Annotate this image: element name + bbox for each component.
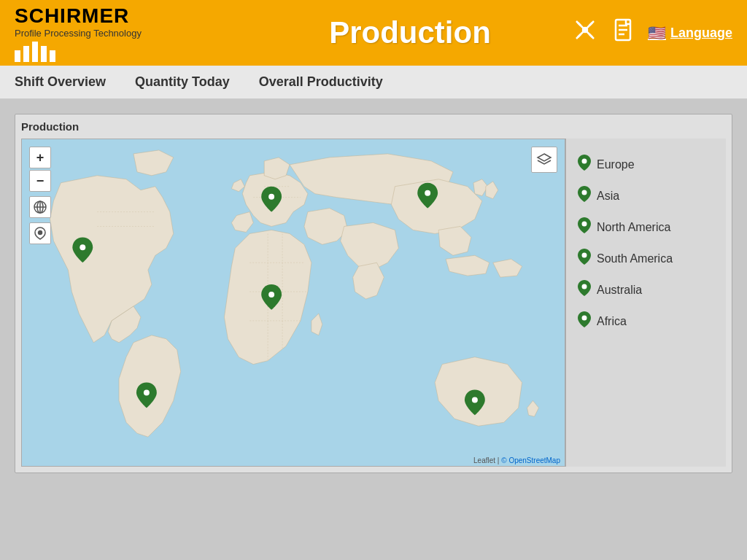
map-legend: Europe Asia North America South America …: [565, 139, 726, 467]
legend-item-africa[interactable]: Africa: [575, 307, 717, 335]
map-area[interactable]: + −: [21, 139, 565, 467]
svg-point-38: [582, 316, 587, 321]
zoom-in-button[interactable]: +: [29, 147, 51, 168]
svg-point-32: [472, 397, 478, 402]
map-panel: Production + −: [15, 114, 732, 473]
svg-point-28: [268, 194, 274, 200]
svg-point-36: [582, 253, 587, 258]
legend-item-north-america[interactable]: North America: [575, 213, 717, 241]
globe-button[interactable]: [29, 196, 51, 218]
bar4: [41, 46, 47, 62]
legend-label-south-america: South America: [597, 252, 673, 265]
flag-icon: 🇺🇸: [648, 24, 666, 42]
brand-name: SCHIRMER: [15, 4, 129, 28]
tools-icon[interactable]: [572, 17, 598, 49]
map-controls: + −: [29, 147, 51, 244]
document-icon[interactable]: [610, 17, 636, 49]
logo-area: SCHIRMER Profile Processing Technology: [15, 4, 248, 62]
legend-item-south-america[interactable]: South America: [575, 244, 717, 273]
legend-label-australia: Australia: [597, 284, 642, 297]
svg-point-34: [582, 190, 587, 195]
legend-label-africa: Africa: [597, 315, 627, 328]
legend-pin-africa: [578, 311, 591, 331]
svg-point-31: [144, 389, 150, 395]
bar2: [23, 46, 29, 62]
marker-button[interactable]: [29, 222, 51, 244]
page-title: Production: [248, 15, 572, 50]
zoom-out-button[interactable]: −: [29, 170, 51, 192]
svg-point-29: [425, 190, 430, 196]
logo-bars: [15, 42, 55, 62]
legend-item-australia[interactable]: Australia: [575, 276, 717, 304]
svg-point-33: [582, 159, 587, 164]
legend-pin-south-america: [578, 249, 591, 268]
svg-point-30: [268, 292, 274, 298]
language-button[interactable]: 🇺🇸 Language: [648, 24, 732, 42]
world-map-svg: [22, 139, 565, 466]
layers-button[interactable]: [531, 147, 557, 173]
legend-pin-australia: [578, 280, 591, 300]
osm-link[interactable]: © OpenStreetMap: [501, 456, 560, 464]
legend-pin-north-america: [578, 217, 591, 237]
map-attribution: Leaflet | © OpenStreetMap: [473, 456, 560, 464]
svg-line-6: [589, 34, 594, 39]
svg-marker-16: [538, 154, 551, 161]
svg-point-27: [80, 244, 85, 250]
svg-line-3: [576, 21, 581, 26]
language-label: Language: [670, 26, 732, 41]
legend-item-asia[interactable]: Asia: [575, 182, 717, 210]
svg-line-4: [589, 21, 594, 26]
svg-point-35: [582, 222, 587, 227]
nav-overall-productivity[interactable]: Overall Productivity: [256, 69, 386, 96]
bar5: [50, 50, 55, 62]
navbar: Shift Overview Quantity Today Overall Pr…: [0, 66, 747, 99]
bar1: [15, 50, 20, 62]
legend-pin-europe: [578, 155, 591, 174]
svg-point-37: [582, 284, 587, 289]
bar3: [32, 42, 38, 62]
nav-quantity-today[interactable]: Quantity Today: [132, 69, 233, 96]
legend-item-europe[interactable]: Europe: [575, 150, 717, 179]
nav-shift-overview[interactable]: Shift Overview: [12, 69, 109, 96]
map-panel-title: Production: [21, 120, 726, 133]
main-content: Production + −: [0, 99, 747, 560]
brand-tagline: Profile Processing Technology: [15, 28, 142, 39]
legend-label-europe: Europe: [597, 158, 635, 171]
map-container: + −: [21, 139, 726, 467]
legend-pin-asia: [578, 186, 591, 206]
legend-label-north-america: North America: [597, 221, 670, 234]
header-actions: 🇺🇸 Language: [572, 17, 732, 49]
leaflet-label: Leaflet |: [473, 456, 501, 464]
svg-point-15: [39, 231, 42, 235]
svg-line-5: [576, 34, 581, 39]
header: SCHIRMER Profile Processing Technology P…: [0, 0, 747, 66]
legend-label-asia: Asia: [597, 190, 619, 203]
